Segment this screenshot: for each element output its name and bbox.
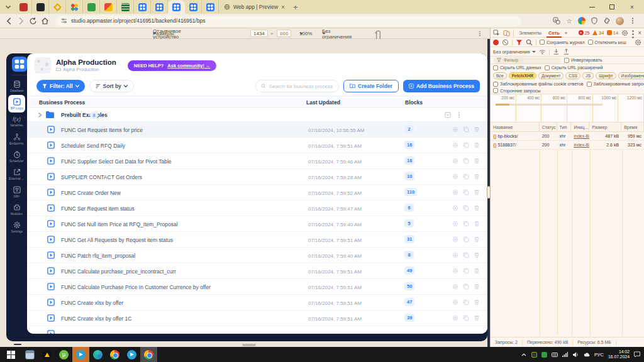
volume-tray-icon[interactable]	[573, 351, 579, 358]
copy-icon[interactable]	[463, 299, 469, 305]
bp-row[interactable]: FUNC Calculate purchase_price_incontract…	[27, 263, 487, 279]
filter-chip-css[interactable]: CSS	[565, 72, 580, 79]
taskbar-app-telegram-365[interactable]	[72, 347, 89, 362]
copy-icon[interactable]	[463, 221, 469, 227]
bp-row[interactable]: FUNC Get Request Items for price07/16/20…	[27, 122, 487, 138]
preserve-log-checkbox[interactable]: Сохранять журнал	[540, 40, 585, 45]
issues-badge[interactable]: 14	[607, 30, 618, 36]
throttling-dropdown[interactable]: Без ограничения	[493, 49, 536, 55]
trash-icon[interactable]	[474, 173, 480, 180]
zoom-select[interactable]: 100%	[299, 28, 303, 39]
devtools-menu-icon[interactable]	[631, 30, 635, 36]
taskbar-app-aimp[interactable]	[38, 347, 55, 362]
bp-name[interactable]: FUNC Patch rfq_item_proposal	[61, 253, 135, 259]
filter-chip-изображение[interactable]: Изображение	[618, 72, 644, 79]
bp-row[interactable]: FUNC Supplier Select Get Data for Pivot …	[27, 153, 487, 169]
warning-badge[interactable]: 34	[592, 30, 604, 36]
bp-row[interactable]: Scheduler Send RFQ Daily07/16/2024, 7:59…	[27, 138, 487, 153]
pinned-tab[interactable]	[134, 0, 151, 14]
sidebar-item-bp-logic[interactable]: BP Logic	[8, 95, 25, 112]
bp-name[interactable]: FUNC Ser Request item status	[61, 206, 135, 212]
bp-row[interactable]: FUNC Set Null Item Price at RFQ_Item_Pro…	[27, 216, 487, 232]
gear-icon[interactable]	[452, 236, 458, 243]
checkbox-скрыть-url-данных[interactable]: Скрыть URL данных	[493, 65, 541, 70]
copy-icon[interactable]	[463, 252, 469, 258]
trash-icon[interactable]	[474, 205, 480, 211]
col-blocks[interactable]: Blocks	[405, 99, 423, 106]
copy-icon[interactable]	[463, 142, 469, 148]
minimize-button[interactable]	[589, 4, 595, 10]
browser-menu-icon[interactable]	[629, 17, 636, 25]
checkbox-заблокированные-файлы-cookie-ответов[interactable]: Заблокированные файлы cookie ответов	[493, 82, 584, 87]
gear-icon[interactable]	[452, 283, 458, 290]
forward-icon[interactable]	[17, 17, 25, 25]
sidebar-item-scheduler[interactable]: Scheduler	[8, 148, 25, 165]
sidebar-item-modules[interactable]: Modules	[8, 200, 25, 218]
trash-icon[interactable]	[474, 283, 480, 290]
trash-icon[interactable]	[474, 126, 480, 133]
start-button[interactable]	[0, 347, 21, 362]
error-badge[interactable]: ×25	[579, 30, 590, 36]
taskbar-clock[interactable]: 14:0216.07.2024	[608, 349, 630, 359]
back-icon[interactable]	[5, 17, 13, 25]
devtools-resizer-handle[interactable]	[487, 186, 491, 199]
bp-row[interactable]	[27, 326, 487, 334]
network-tray-icon[interactable]	[562, 351, 569, 358]
bp-row[interactable]: FUNC Get All Requests by Request item st…	[27, 232, 487, 248]
pinned-tab[interactable]	[168, 0, 185, 14]
address-bar[interactable]: studio.appmaster.io/project/416951/backe…	[55, 16, 521, 26]
trash-icon[interactable]	[474, 268, 480, 274]
network-conditions-icon[interactable]	[539, 48, 546, 55]
disable-cache-checkbox[interactable]: Отключить кеш	[588, 40, 626, 45]
import-har-icon[interactable]	[553, 48, 560, 55]
device-toolbar-menu-icon[interactable]	[477, 28, 484, 39]
copy-icon[interactable]	[463, 126, 469, 133]
record-icon[interactable]	[493, 40, 499, 45]
folder-menu-icon[interactable]	[458, 112, 460, 118]
help-banner[interactable]: NEED HELP? Ask community! →	[128, 60, 216, 71]
sidebar-item-variables[interactable]: f(x)Variables	[8, 112, 25, 130]
throttling-select[interactable]: Без ограничения	[322, 28, 326, 39]
network-filter-input[interactable]: Фильтр	[493, 57, 561, 63]
net-col-1[interactable]: Статус	[540, 123, 557, 132]
gear-icon[interactable]	[452, 142, 458, 148]
folder-row-prebuilt-examples[interactable]: Prebuilt Examples 8	[27, 108, 487, 122]
bp-name[interactable]: FUNC Get All Requests by Request item st…	[61, 237, 173, 243]
sidebar-item-external-[interactable]: External ...	[8, 165, 25, 183]
bp-name[interactable]: FUNC Create xlsx by offer	[61, 300, 123, 306]
bp-name[interactable]: FUNC Create xlsx by offer 1C	[61, 315, 131, 322]
taskbar-app-edge[interactable]	[89, 347, 106, 362]
gear-icon[interactable]	[452, 189, 458, 195]
pinned-tab[interactable]	[66, 0, 83, 14]
checkbox-скрыть-url-расширений[interactable]: Скрыть URL расширений	[545, 65, 603, 70]
devtools-tab-elements[interactable]: Элементы	[517, 30, 543, 36]
pinned-tab[interactable]	[117, 0, 134, 14]
sidebar-item-settings[interactable]: Settings	[8, 218, 25, 236]
checkbox-сторонние-запросы[interactable]: Сторонние запросы	[493, 88, 541, 93]
bp-name[interactable]: FUNC Set Null Item Price at RFQ_Item_Pro…	[61, 221, 178, 228]
pinned-tab[interactable]	[15, 0, 32, 14]
sidebar-item-database[interactable]: Database	[8, 77, 25, 95]
keyboard-tray-icon[interactable]	[552, 351, 558, 358]
new-tab-button[interactable]: +	[290, 1, 301, 13]
bp-name[interactable]: FUNC Calculate Purchase Price In Custome…	[61, 284, 211, 290]
sidebar-item-endpoints[interactable]: Endpoints	[8, 130, 25, 148]
chevron-right-icon[interactable]	[38, 112, 42, 118]
filter-chip-все[interactable]: Все	[493, 72, 507, 79]
viewport-width-input[interactable]: 1434	[250, 30, 268, 37]
pinned-tab[interactable]	[202, 0, 219, 14]
reload-icon[interactable]	[29, 17, 37, 25]
filter-chip-шрифт[interactable]: Шрифт	[596, 72, 616, 79]
appmaster-logo[interactable]	[12, 57, 27, 72]
pinned-tab[interactable]	[32, 0, 49, 14]
bp-row[interactable]: FUNC Create Order New07/16/2024, 7:59:52…	[27, 185, 487, 200]
close-tab-icon[interactable]: ×	[281, 4, 285, 11]
viewport-height-input[interactable]: 866	[277, 30, 291, 37]
extension-colorful-icon[interactable]	[578, 17, 586, 25]
bookmark-star-icon[interactable]: ☆	[565, 17, 573, 25]
antivirus-tray-icon[interactable]	[541, 352, 547, 358]
ask-community-link[interactable]: Ask community! →	[167, 63, 210, 69]
network-settings-icon[interactable]	[635, 39, 641, 46]
network-search-icon[interactable]	[526, 39, 533, 46]
net-col-4[interactable]: Размер	[589, 123, 621, 132]
